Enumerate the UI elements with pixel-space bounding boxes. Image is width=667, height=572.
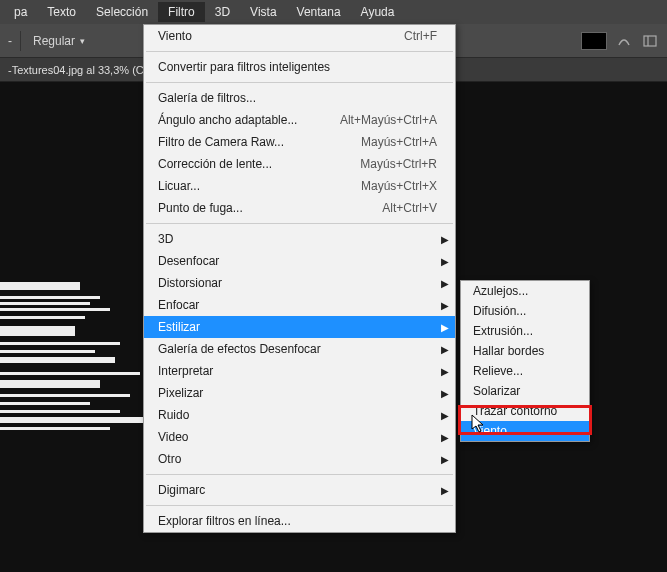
warp-text-icon[interactable] <box>615 32 633 50</box>
submenu-azulejos[interactable]: Azulejos... <box>461 281 589 301</box>
submenu-extrusion[interactable]: Extrusión... <box>461 321 589 341</box>
submenu-arrow-icon: ▶ <box>441 344 449 355</box>
submenu-viento[interactable]: Viento... <box>461 421 589 441</box>
menu-label: Video <box>158 430 437 444</box>
chevron-down-icon: ▾ <box>80 36 85 46</box>
submenu-arrow-icon: ▶ <box>441 366 449 377</box>
font-style-label: Regular <box>33 34 75 48</box>
menu-label: Ruido <box>158 408 437 422</box>
menu-label: Corrección de lente... <box>158 157 360 171</box>
menu-label: Punto de fuga... <box>158 201 382 215</box>
toolbar-left-label: - <box>8 34 12 48</box>
menu-label: Viento <box>158 29 404 43</box>
menu-label: Otro <box>158 452 437 466</box>
submenu-trazar-contorno[interactable]: Trazar contorno <box>461 401 589 421</box>
submenu-arrow-icon: ▶ <box>441 256 449 267</box>
menu-item-seleccion[interactable]: Selección <box>86 2 158 22</box>
menu-digimarc[interactable]: Digimarc ▶ <box>144 479 455 501</box>
submenu-arrow-icon: ▶ <box>441 300 449 311</box>
canvas-wind-artwork <box>0 282 150 452</box>
svg-rect-0 <box>644 36 656 46</box>
menu-galeria-filtros[interactable]: Galería de filtros... <box>144 87 455 109</box>
menu-item-ventana[interactable]: Ventana <box>287 2 351 22</box>
estilizar-submenu: Azulejos... Difusión... Extrusión... Hal… <box>460 280 590 442</box>
menu-label: Licuar... <box>158 179 361 193</box>
submenu-relieve[interactable]: Relieve... <box>461 361 589 381</box>
color-swatch[interactable] <box>581 32 607 50</box>
submenu-arrow-icon: ▶ <box>441 322 449 333</box>
menu-camera-raw[interactable]: Filtro de Camera Raw... Mayús+Ctrl+A <box>144 131 455 153</box>
menu-convertir-filtros-inteligentes[interactable]: Convertir para filtros inteligentes <box>144 56 455 78</box>
menu-correccion-lente[interactable]: Corrección de lente... Mayús+Ctrl+R <box>144 153 455 175</box>
submenu-label: Solarizar <box>473 384 520 398</box>
submenu-label: Azulejos... <box>473 284 528 298</box>
submenu-hallar-bordes[interactable]: Hallar bordes <box>461 341 589 361</box>
menu-label: Pixelizar <box>158 386 437 400</box>
menu-item-ayuda[interactable]: Ayuda <box>351 2 405 22</box>
submenu-label: Hallar bordes <box>473 344 544 358</box>
document-tab-title[interactable]: -Textures04.jpg al 33,3% (C <box>8 64 144 76</box>
panels-icon[interactable] <box>641 32 659 50</box>
menu-estilizar[interactable]: Estilizar ▶ <box>144 316 455 338</box>
menu-distorsionar[interactable]: Distorsionar ▶ <box>144 272 455 294</box>
menubar: pa Texto Selección Filtro 3D Vista Venta… <box>0 0 667 24</box>
submenu-difusion[interactable]: Difusión... <box>461 301 589 321</box>
menu-label: Galería de filtros... <box>158 91 437 105</box>
menu-viento[interactable]: Viento Ctrl+F <box>144 25 455 47</box>
menu-label: Enfocar <box>158 298 437 312</box>
menu-shortcut: Mayús+Ctrl+X <box>361 179 437 193</box>
menu-shortcut: Alt+Mayús+Ctrl+A <box>340 113 437 127</box>
menu-licuar[interactable]: Licuar... Mayús+Ctrl+X <box>144 175 455 197</box>
menu-label: Desenfocar <box>158 254 437 268</box>
submenu-arrow-icon: ▶ <box>441 454 449 465</box>
menu-pixelizar[interactable]: Pixelizar ▶ <box>144 382 455 404</box>
menu-item-pa[interactable]: pa <box>4 2 37 22</box>
menu-label: Digimarc <box>158 483 437 497</box>
menu-separator <box>146 223 453 224</box>
menu-video[interactable]: Video ▶ <box>144 426 455 448</box>
menu-item-vista[interactable]: Vista <box>240 2 286 22</box>
menu-label: Explorar filtros en línea... <box>158 514 437 528</box>
menu-label: Estilizar <box>158 320 437 334</box>
menu-ruido[interactable]: Ruido ▶ <box>144 404 455 426</box>
submenu-label: Extrusión... <box>473 324 533 338</box>
menu-shortcut: Mayús+Ctrl+R <box>360 157 437 171</box>
menu-item-3d[interactable]: 3D <box>205 2 240 22</box>
menu-shortcut: Mayús+Ctrl+A <box>361 135 437 149</box>
menu-label: 3D <box>158 232 437 246</box>
menu-shortcut: Ctrl+F <box>404 29 437 43</box>
menu-otro[interactable]: Otro ▶ <box>144 448 455 470</box>
menu-separator <box>146 51 453 52</box>
menu-label: Interpretar <box>158 364 437 378</box>
menu-separator <box>146 474 453 475</box>
menu-label: Ángulo ancho adaptable... <box>158 113 340 127</box>
submenu-arrow-icon: ▶ <box>441 234 449 245</box>
submenu-label: Relieve... <box>473 364 523 378</box>
menu-enfocar[interactable]: Enfocar ▶ <box>144 294 455 316</box>
toolbar-divider <box>20 31 21 51</box>
submenu-label: Difusión... <box>473 304 526 318</box>
menu-desenfocar[interactable]: Desenfocar ▶ <box>144 250 455 272</box>
menu-galeria-desenfocar[interactable]: Galería de efectos Desenfocar ▶ <box>144 338 455 360</box>
font-style-dropdown[interactable]: Regular ▾ <box>29 32 89 50</box>
menu-interpretar[interactable]: Interpretar ▶ <box>144 360 455 382</box>
menu-item-filtro[interactable]: Filtro <box>158 2 205 22</box>
menu-angulo-ancho[interactable]: Ángulo ancho adaptable... Alt+Mayús+Ctrl… <box>144 109 455 131</box>
menu-label: Filtro de Camera Raw... <box>158 135 361 149</box>
menu-shortcut: Alt+Ctrl+V <box>382 201 437 215</box>
menu-item-texto[interactable]: Texto <box>37 2 86 22</box>
submenu-solarizar[interactable]: Solarizar <box>461 381 589 401</box>
menu-3d[interactable]: 3D ▶ <box>144 228 455 250</box>
submenu-label: Trazar contorno <box>473 404 557 418</box>
menu-label: Distorsionar <box>158 276 437 290</box>
submenu-arrow-icon: ▶ <box>441 388 449 399</box>
menu-label: Convertir para filtros inteligentes <box>158 60 437 74</box>
menu-separator <box>146 82 453 83</box>
submenu-arrow-icon: ▶ <box>441 485 449 496</box>
submenu-label: Viento... <box>473 424 517 438</box>
submenu-arrow-icon: ▶ <box>441 278 449 289</box>
menu-punto-fuga[interactable]: Punto de fuga... Alt+Ctrl+V <box>144 197 455 219</box>
submenu-arrow-icon: ▶ <box>441 432 449 443</box>
menu-explorar-filtros[interactable]: Explorar filtros en línea... <box>144 510 455 532</box>
menu-label: Galería de efectos Desenfocar <box>158 342 437 356</box>
